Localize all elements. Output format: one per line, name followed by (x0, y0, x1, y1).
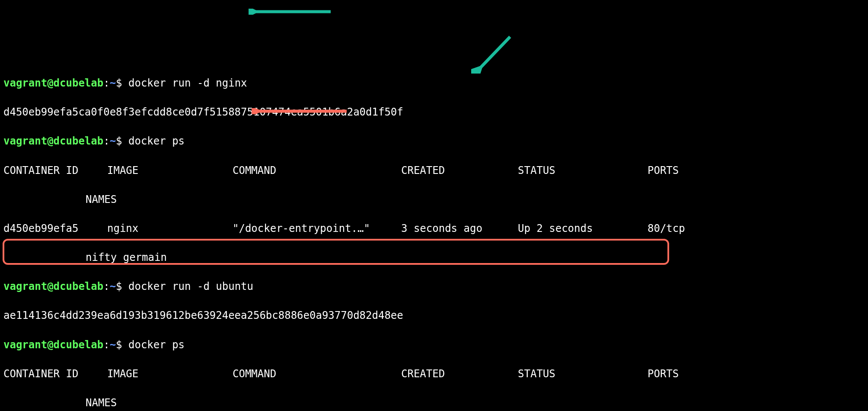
prompt-path: ~ (110, 77, 116, 89)
annotation-arrow-teal-icon (249, 9, 331, 15)
prompt-colon: : (103, 77, 109, 89)
prompt-dollar: $ (116, 77, 122, 89)
prompt-user: vagrant@dcubelab (3, 339, 103, 351)
prompt-dollar: $ (116, 339, 122, 351)
ps-header-names-2: NAMES (3, 396, 865, 411)
command-docker-ps-2: docker ps (128, 339, 185, 351)
prompt-path: ~ (110, 280, 116, 292)
prompt-colon: : (103, 135, 109, 147)
command-docker-run-ubuntu: docker run -d ubuntu (128, 280, 253, 292)
prompt-path: ~ (110, 135, 116, 147)
prompt-path: ~ (110, 339, 116, 351)
prompt-user: vagrant@dcubelab (3, 280, 103, 292)
ps-header-1: CONTAINER IDIMAGECOMMANDCREATEDSTATUSPOR… (3, 164, 865, 178)
ps1-row1: d450eb99efa5nginx"/docker-entrypoint.…"3… (3, 222, 865, 236)
ps1-row1-names: nifty_germain (3, 250, 865, 265)
prompt-dollar: $ (116, 135, 122, 147)
prompt-user: vagrant@dcubelab (3, 135, 103, 147)
prompt-colon: : (103, 339, 109, 351)
command-docker-run-nginx: docker run -d nginx (128, 77, 247, 89)
command-docker-ps-1: docker ps (128, 135, 185, 147)
ps-header-2: CONTAINER IDIMAGECOMMANDCREATEDSTATUSPOR… (3, 367, 865, 382)
prompt-colon: : (103, 280, 109, 292)
output-hash-ubuntu: ae114136c4dd239ea6d193b319612be63924eea2… (3, 308, 865, 323)
prompt-dollar: $ (116, 280, 122, 292)
terminal-output[interactable]: vagrant@dcubelab:~$ docker run -d nginx … (3, 61, 865, 411)
prompt-user: vagrant@dcubelab (3, 77, 103, 89)
output-hash-nginx: d450eb99efa5ca0f0e8f3efcdd8ce0d7f5158875… (3, 105, 865, 120)
ps-header-names-1: NAMES (3, 193, 865, 207)
